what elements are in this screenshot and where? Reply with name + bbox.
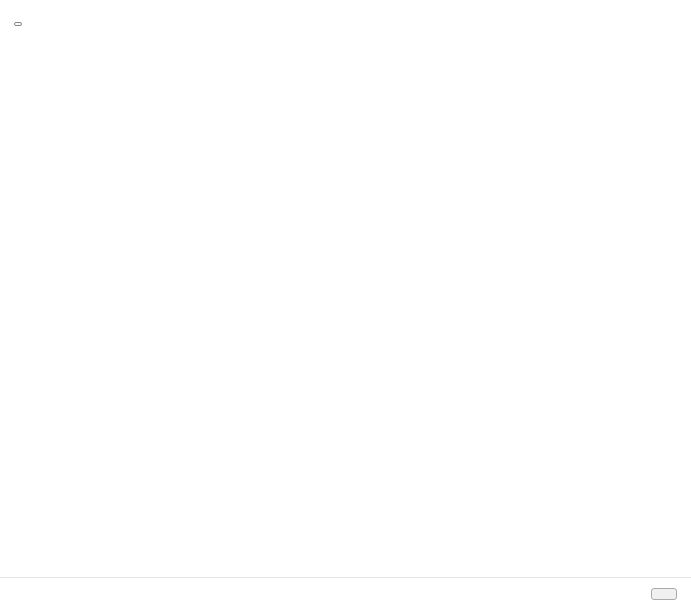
edit-mode-heading [10,22,677,26]
dialog-footer [0,577,691,610]
close-button[interactable] [651,588,677,600]
shortcuts-panel [0,0,691,36]
enter-key-icon [14,22,22,26]
